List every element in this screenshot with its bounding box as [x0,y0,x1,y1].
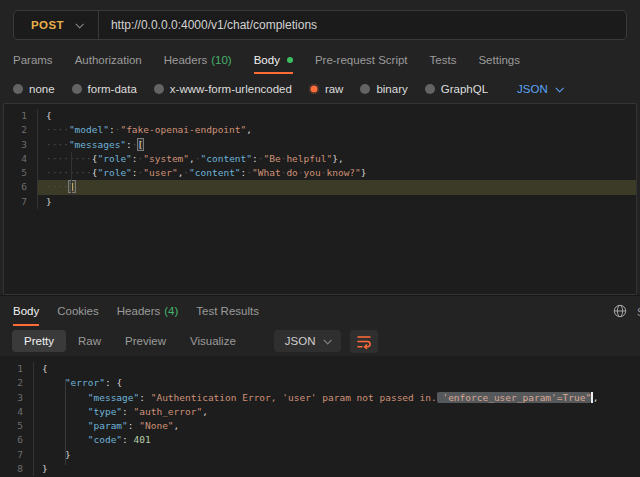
code-token: "auth_error" [134,406,203,417]
tab-label: Authorization [75,54,142,66]
unsaved-dot-icon [287,57,293,63]
request-url-row: POST http://0.0.0.0:4000/v1/chat/complet… [0,0,640,48]
code-line[interactable]: 2····"model":·"fake-openai-endpoint", [4,123,636,137]
line-number: 4 [0,405,33,419]
body-mode-binary[interactable]: binary [360,83,407,95]
code-token: "messages" [69,139,126,150]
selected-text: 'enforce_user_param'=True" [437,392,591,403]
response-tab-test-results[interactable]: Test Results [196,301,259,326]
code-token: ···· [46,181,69,192]
code-line[interactable]: 5········{"role":·"user",·"content":·"Wh… [4,166,636,180]
code-token: "None" [139,420,173,431]
line-content: "message": "Authentication Error, 'user'… [33,391,640,405]
response-tab-cookies[interactable]: Cookies [57,301,99,326]
code-token: "Be [263,153,280,164]
code-line[interactable]: 1{ [4,109,636,123]
code-line[interactable]: 3 "message": "Authentication Error, 'use… [0,391,640,405]
method-selector[interactable]: POST [14,11,98,39]
code-line[interactable]: 3····"messages":·[ [4,138,636,152]
code-line[interactable]: 7} [4,195,636,209]
line-content: } [33,462,640,476]
code-token: , [202,406,208,417]
code-token: "error" [65,377,105,388]
line-content: ····"messages":·[ [37,138,636,152]
line-content: "param": "None", [33,419,640,433]
line-number: 7 [0,448,33,462]
tab-body[interactable]: Body [254,50,293,74]
response-tab-body[interactable]: Body [13,301,39,326]
line-number: 5 [4,166,37,180]
line-number: 6 [4,180,37,194]
code-token: you [304,167,321,178]
code-token: } [46,196,52,207]
code-line[interactable]: 2 "error": { [0,376,640,390]
code-line[interactable]: 4 "type": "auth_error", [0,405,640,419]
tab-label: Body [13,305,39,317]
code-line[interactable]: 1{ [0,362,640,376]
tab-pre-request-script[interactable]: Pre-request Script [315,50,408,74]
chevron-down-icon [324,336,332,344]
tab-label: Tests [430,54,457,66]
view-pretty[interactable]: Pretty [12,330,66,352]
request-tabs: ParamsAuthorizationHeaders(10)BodyPre-re… [0,48,640,74]
chevron-down-icon [555,84,563,92]
code-token: know?" [326,167,360,178]
radio-icon [13,84,23,94]
tab-authorization[interactable]: Authorization [75,50,142,74]
line-number: 1 [4,109,37,123]
code-line[interactable]: 6 "code": 401 [0,433,640,447]
line-content: ········{"role":·"system",·"content":·"B… [37,152,636,166]
line-content: ········{"role":·"user",·"content":·"Wha… [37,166,636,180]
tab-label: Pre-request Script [315,54,408,66]
view-raw[interactable]: Raw [66,330,113,352]
tab-headers[interactable]: Headers(10) [164,50,232,74]
body-mode-form-data[interactable]: form-data [72,83,137,95]
code-line[interactable]: 7 } [0,448,640,462]
chevron-down-icon [75,20,83,28]
tab-settings[interactable]: Settings [478,50,520,74]
tab-params[interactable]: Params [13,50,53,74]
code-line[interactable]: 6····] [4,180,636,194]
code-token: do [286,167,297,178]
raw-format-dropdown[interactable]: JSON [517,83,562,95]
body-mode-label: form-data [88,83,137,95]
tab-count-badge: (4) [164,305,178,317]
code-token: , [593,392,599,403]
code-token [42,449,65,460]
tab-label: Settings [478,54,520,66]
body-mode-raw[interactable]: raw [309,83,344,95]
wrap-text-button[interactable] [350,330,378,353]
response-body-viewer[interactable]: 1{2 "error": {3 "message": "Authenticati… [0,356,640,477]
code-token: : { [105,377,122,388]
view-preview[interactable]: Preview [113,330,178,352]
code-line[interactable]: 5 "param": "None", [0,419,640,433]
url-input[interactable]: http://0.0.0.0:4000/v1/chat/completions [99,18,317,32]
response-tab-headers[interactable]: Headers(4) [117,301,179,326]
request-body-editor[interactable]: 1{2····"model":·"fake-openai-endpoint",3… [3,103,637,295]
code-line[interactable]: 8} [0,462,640,476]
line-content: "type": "auth_error", [33,405,640,419]
response-format-dropdown[interactable]: JSON [274,330,342,352]
format-label: JSON [517,83,548,95]
tab-tests[interactable]: Tests [430,50,457,74]
line-content: } [37,195,636,209]
response-views-row: PrettyRawPreviewVisualizeJSON [0,326,640,356]
body-mode-x-www-form-urlencoded[interactable]: x-www-form-urlencoded [154,83,292,95]
view-visualize[interactable]: Visualize [178,330,248,352]
code-token: { [46,110,52,121]
body-mode-graphql[interactable]: GraphQL [425,83,488,95]
line-content: { [37,109,636,123]
body-mode-none[interactable]: none [13,83,55,95]
line-number: 6 [0,433,33,447]
code-token: "Authentication Error, 'user' param not … [151,392,437,403]
indent-guide [65,379,66,465]
code-token: "user" [143,167,177,178]
tab-label: Params [13,54,53,66]
tab-label: Headers [117,305,160,317]
code-token: "role" [98,153,132,164]
code-token: "type" [88,406,122,417]
code-line[interactable]: 4········{"role":·"system",·"content":·"… [4,152,636,166]
code-token: } [42,463,48,474]
url-bar: POST http://0.0.0.0:4000/v1/chat/complet… [13,10,627,40]
line-content: } [33,448,640,462]
